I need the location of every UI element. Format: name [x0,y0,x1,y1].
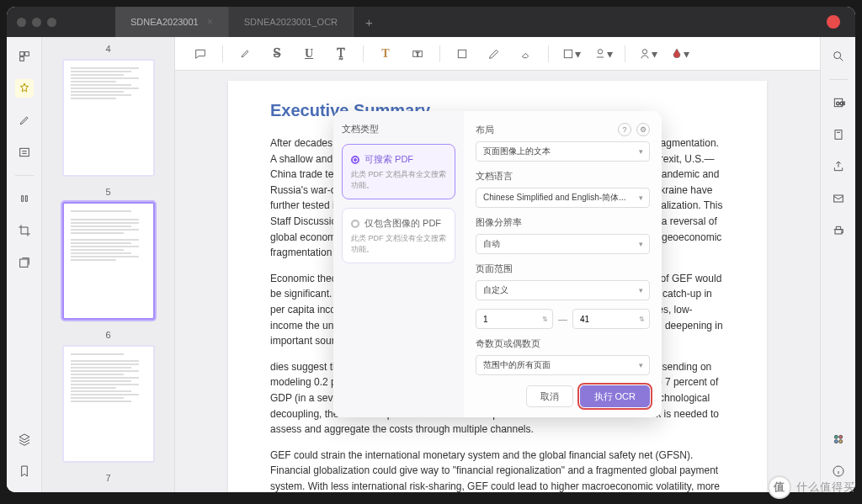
watermark-badge: 值 [768,475,791,499]
svg-rect-17 [835,130,842,140]
color-icon[interactable]: ▾ [669,44,689,64]
thumbnails-icon[interactable] [15,47,34,66]
close-window[interactable] [17,18,26,27]
tab-close-icon[interactable]: × [207,16,213,28]
compress-icon[interactable] [829,125,848,144]
svg-point-11 [598,49,602,53]
ocr-tool-icon[interactable]: OCR [829,93,848,112]
comment-icon[interactable] [190,44,210,64]
redact-icon[interactable] [15,253,34,272]
textbox-icon[interactable]: T [407,44,428,64]
oddeven-select[interactable]: 范围中的所有页面 [476,355,650,375]
svg-point-12 [642,49,646,53]
range-select[interactable]: 自定义 [476,280,650,300]
range-label: 页面范围 [476,263,650,275]
form-icon[interactable] [15,143,34,162]
layout-label: 布局 [476,124,494,136]
watermark-text: 什么值得买 [796,480,855,495]
thumb-page-number: 5 [42,187,174,197]
tab-bar: SDNEA2023001 × SDNEA2023001_OCR + [115,7,385,37]
pen-icon[interactable] [484,44,504,64]
option-desc: 此类 PDF 文档具有全文搜索功能。 [351,169,446,190]
thumb-page-number: 4 [42,44,174,54]
svg-point-13 [833,52,840,59]
highlighter-icon[interactable] [235,44,255,64]
underline-icon[interactable]: U [299,44,319,64]
thumbnails-panel[interactable]: 4 5 6 7 [42,37,175,492]
new-tab-button[interactable]: + [354,7,385,37]
svg-text:T: T [416,50,419,56]
bookmark-icon[interactable] [15,462,34,480]
layout-select[interactable]: 页面图像上的文本 [476,141,650,162]
svg-rect-10 [564,50,572,57]
svg-line-14 [840,58,843,61]
resolution-select[interactable]: 自动 [476,234,650,254]
paragraph: GEF could strain the international monet… [270,448,725,492]
svg-rect-20 [835,230,842,234]
share-icon[interactable] [829,157,848,176]
svg-rect-0 [19,52,24,56]
left-toolbar [7,37,42,492]
lang-label: 文档语言 [476,170,650,183]
mail-icon[interactable] [829,189,848,208]
ocr-icon[interactable] [15,189,34,208]
page-thumbnail[interactable] [62,202,155,320]
watermark: 值 什么值得买 [768,475,855,499]
page-thumbnail[interactable] [62,345,155,463]
svg-point-24 [838,440,842,443]
right-toolbar: OCR [820,37,855,492]
window-controls [17,18,56,27]
shape-icon[interactable]: ▾ [561,44,581,64]
svg-rect-2 [19,57,24,61]
maximize-window[interactable] [47,18,56,27]
tab-label: SDNEA2023001 [130,17,199,27]
layers-icon[interactable] [15,430,34,448]
oddeven-label: 奇数页或偶数页 [476,337,650,350]
text-icon[interactable]: T [375,44,396,64]
lang-select[interactable]: Chinese Simplified and English-简体... [476,188,650,208]
help-icon[interactable]: ? [618,123,631,136]
page-to-input[interactable]: 41 [572,309,650,329]
svg-rect-19 [833,195,843,202]
tab-document-2[interactable]: SDNEA2023001_OCR [229,7,354,37]
cancel-button[interactable]: 取消 [526,385,573,407]
account-badge[interactable] [827,15,840,29]
svg-text:OCR: OCR [836,101,845,106]
doc-type-searchable[interactable]: 可搜索 PDF 此类 PDF 文档具有全文搜索功能。 [342,144,455,199]
note-icon[interactable] [452,44,472,64]
titlebar: SDNEA2023001 × SDNEA2023001_OCR + [7,7,855,37]
option-desc: 此类 PDF 文档没有全文搜索功能。 [351,233,446,254]
crop-icon[interactable] [15,221,34,240]
tab-document-1[interactable]: SDNEA2023001 × [115,7,229,37]
stamp-icon[interactable]: ▾ [593,44,613,64]
signature-icon[interactable]: ▾ [637,44,657,64]
option-label: 仅包含图像的 PDF [364,217,441,230]
resolution-label: 图像分辨率 [476,216,650,229]
svg-rect-1 [24,52,29,56]
doc-type-image-only[interactable]: 仅包含图像的 PDF 此类 PDF 文档没有全文搜索功能。 [342,208,455,263]
run-ocr-button[interactable]: 执行 OCR [580,385,651,407]
radio-icon [351,156,359,164]
svg-point-21 [834,435,838,438]
svg-point-23 [834,440,838,443]
doc-type-title: 文档类型 [342,123,455,135]
thumb-page-number: 7 [42,473,174,483]
page-from-input[interactable]: 1 [476,309,553,329]
squiggly-icon[interactable]: T̰ [331,44,351,64]
minimize-window[interactable] [32,18,41,27]
range-separator: — [558,314,567,324]
annotate-icon[interactable] [15,111,34,130]
page-thumbnail[interactable] [62,59,155,177]
ocr-dialog: 文档类型 可搜索 PDF 此类 PDF 文档具有全文搜索功能。 仅包含图像的 P… [333,111,662,417]
svg-rect-3 [19,148,29,156]
eraser-icon[interactable] [516,44,536,64]
highlight-icon[interactable] [15,79,34,98]
settings-icon[interactable]: ⚙ [636,123,650,136]
print-icon[interactable] [829,221,848,240]
svg-rect-6 [19,259,27,267]
annotation-toolbar: S̶ U T̰ T T ▾ ▾ ▾ ▾ [175,37,820,71]
search-icon[interactable] [829,47,848,66]
strikethrough-icon[interactable]: S̶ [267,44,287,64]
tab-label: SDNEA2023001_OCR [244,17,338,27]
extension-icon[interactable] [829,430,848,448]
